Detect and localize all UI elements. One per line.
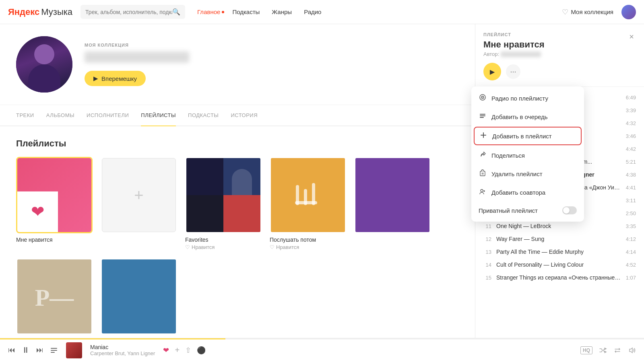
tab-podcasts[interactable]: ПОДКАСТЫ — [188, 105, 219, 126]
track-title-14: Cult of Personality — Living Colour — [496, 261, 621, 268]
search-input[interactable] — [85, 9, 172, 15]
track-title-15: Stranger Things из сериала «Очень странн… — [496, 274, 621, 281]
tab-playlists[interactable]: ПЛЕЙЛИСТЫ — [141, 105, 176, 126]
track-item-12[interactable]: 12 Way Farer — Sung 4:12 — [475, 232, 644, 245]
right-panel: Радио по плейлисту Добавить в очередь До… — [475, 24, 644, 338]
logo[interactable]: Яндекс Музыка — [8, 7, 72, 17]
player-add-button[interactable]: + — [175, 346, 180, 355]
player-repeat-button[interactable] — [613, 346, 621, 354]
player-queue-button[interactable] — [50, 346, 58, 354]
panel-more-button[interactable]: ··· — [506, 64, 520, 79]
menu-item-coauthor[interactable]: Добавить соавтора — [471, 183, 584, 202]
menu-item-queue[interactable]: Добавить в очередь — [471, 107, 584, 126]
svg-rect-7 — [480, 114, 485, 115]
music-note-svg — [292, 179, 324, 211]
track-duration-5: 4:42 — [626, 146, 636, 152]
player-share-button[interactable]: ⇧ — [185, 346, 191, 355]
shuffle-icon: ▶ — [93, 75, 98, 82]
panel-author: Автор: — [483, 51, 636, 57]
menu-item-radio[interactable]: Радио по плейлисту — [471, 89, 584, 107]
menu-label-queue: Добавить в очередь — [491, 113, 548, 120]
private-toggle[interactable] — [562, 206, 577, 214]
bottom-player: ⏮ ⏸ ⏭ Maniac Carpenter Brut, Yann Ligner… — [0, 338, 644, 362]
track-item-13[interactable]: 13 Party All the Time — Eddie Murphy 4:1… — [475, 245, 644, 258]
track-title-13: Party All the Time — Eddie Murphy — [496, 249, 621, 255]
track-duration-2: 3:39 — [626, 107, 636, 113]
thumb-later-bg — [271, 158, 345, 232]
svg-point-16 — [481, 189, 483, 192]
radio-icon — [479, 94, 487, 103]
profile-section: МОЯ КОЛЛЕКЦИЯ ▶ Вперемешку — [0, 24, 475, 105]
playlist-card-blue[interactable] — [101, 258, 177, 335]
svg-rect-18 — [51, 350, 57, 351]
my-collection-link[interactable]: ♡ Моя коллекция — [562, 8, 613, 16]
profile-name — [85, 51, 189, 63]
track-duration-7: 4:38 — [626, 172, 636, 178]
tab-artists[interactable]: ИСПОЛНИТЕЛИ — [87, 105, 129, 126]
player-pause-button[interactable]: ⏸ — [22, 346, 30, 355]
svg-rect-15 — [483, 173, 483, 175]
tab-history[interactable]: ИСТОРИЯ — [231, 105, 258, 126]
fav-cell-4 — [223, 195, 260, 232]
thumb-add-bg: + — [102, 158, 176, 232]
menu-item-share[interactable]: Поделиться — [471, 146, 584, 165]
track-duration-10: 2:50 — [626, 210, 636, 216]
menu-label-radio: Радио по плейлисту — [491, 95, 548, 102]
playlist-card-beige[interactable]: P— — [16, 258, 93, 335]
search-box[interactable]: 🔍 — [80, 5, 185, 19]
player-next-button[interactable]: ⏭ — [36, 346, 43, 354]
playlist-card-later[interactable]: Послушать потом ♡ Нравится — [270, 157, 346, 250]
tab-tracks[interactable]: ТРЕКИ — [16, 105, 34, 126]
player-prev-prev-button[interactable]: ⏮ — [8, 346, 15, 354]
nav-item-glavnoe[interactable]: Главное — [197, 8, 220, 15]
heart-icon: ♡ — [562, 8, 568, 16]
playlist-card-add[interactable]: + — [101, 157, 177, 250]
panel-header: ПЛЕЙЛИСТ Мне нравится Автор: ▶ ··· × — [475, 24, 644, 87]
track-item-14[interactable]: 14 Cult of Personality — Living Colour 4… — [475, 258, 644, 271]
nav-item-podcasts[interactable]: Подкасты — [232, 8, 260, 15]
track-duration-11: 3:35 — [626, 223, 636, 229]
panel-play-button[interactable]: ▶ — [483, 63, 501, 80]
player-controls: ⏮ ⏸ ⏭ — [8, 346, 58, 355]
playlist-thumb-beige: P— — [16, 258, 93, 335]
playlist-card-likes[interactable]: ❤ Мне нравится — [16, 157, 93, 250]
track-thumb-inner — [66, 342, 82, 358]
menu-label-add-playlist: Добавить в плейлист — [492, 133, 552, 140]
track-num-13: 13 — [483, 249, 491, 255]
shuffle-button[interactable]: ▶ Вперемешку — [85, 71, 146, 86]
player-track-name: Maniac — [90, 344, 155, 350]
nav-item-radio[interactable]: Радио — [304, 8, 321, 15]
heart-small-icon-later: ♡ — [270, 244, 275, 250]
toggle-thumb — [563, 207, 570, 214]
playlist-card-favorites[interactable]: Favorites ♡ Нравится — [185, 157, 262, 250]
track-duration-6: 5:21 — [626, 159, 636, 165]
coauthor-icon — [479, 188, 487, 197]
menu-item-add-playlist[interactable]: Добавить в плейлист — [474, 127, 582, 145]
playlist-thumb-blue — [101, 258, 177, 335]
heart-small-icon: ♡ — [185, 244, 190, 250]
user-avatar[interactable] — [621, 5, 636, 19]
delete-icon — [479, 169, 487, 178]
svg-rect-17 — [51, 348, 57, 349]
collection-label: Моя коллекция — [571, 8, 613, 15]
fav-person — [232, 169, 252, 195]
track-duration-14: 4:52 — [626, 262, 636, 268]
toggle-track — [562, 206, 577, 214]
player-volume-button[interactable] — [628, 346, 636, 354]
player-progress[interactable] — [0, 338, 644, 339]
playlist-card-purple[interactable] — [354, 157, 431, 250]
svg-point-6 — [482, 97, 483, 98]
player-heart-button[interactable]: ❤ — [163, 346, 169, 355]
nav-item-genres[interactable]: Жанры — [272, 8, 292, 15]
menu-item-delete[interactable]: Удалить плейлист — [471, 165, 584, 183]
player-shuffle-button[interactable] — [599, 346, 607, 354]
player-block-button[interactable]: ⚫ — [197, 346, 206, 355]
menu-item-private[interactable]: Приватный плейлист — [471, 202, 584, 219]
track-duration-4: 3:46 — [626, 133, 636, 139]
panel-close-button[interactable]: × — [625, 31, 638, 43]
svg-rect-11 — [481, 135, 486, 136]
svg-rect-9 — [480, 117, 484, 118]
track-info-11: One Night — LeBrock — [496, 223, 621, 229]
track-item-15[interactable]: 15 Stranger Things из сериала «Очень стр… — [475, 271, 644, 284]
tab-albums[interactable]: АЛЬБОМЫ — [46, 105, 74, 126]
